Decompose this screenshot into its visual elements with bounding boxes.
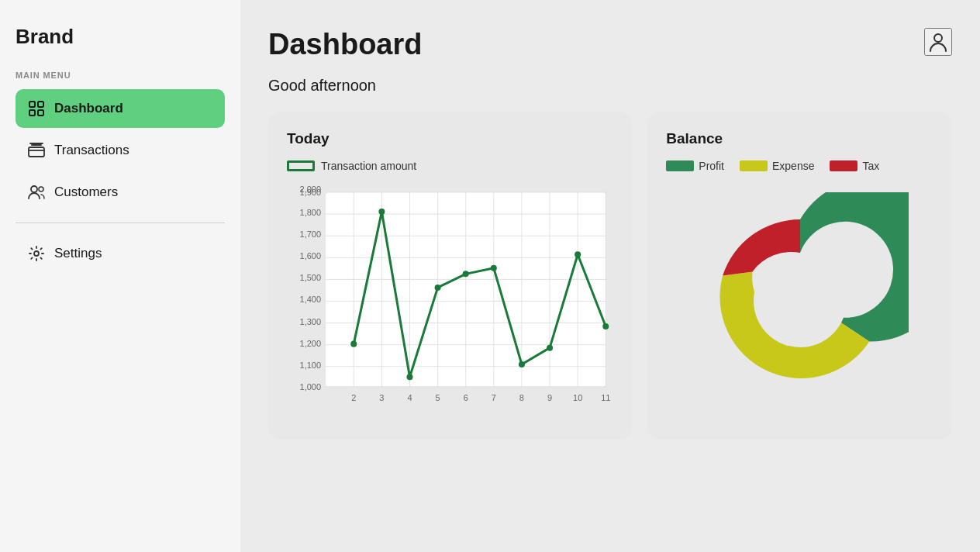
sidebar-item-settings[interactable]: Settings bbox=[16, 234, 225, 273]
svg-text:2,000: 2,000 bbox=[300, 185, 322, 194]
cards-row: Today Transaction amount bbox=[268, 112, 952, 440]
svg-text:6: 6 bbox=[464, 393, 468, 402]
balance-legend: Profit Expense Tax bbox=[666, 160, 933, 172]
legend-tax: Tax bbox=[830, 160, 879, 172]
svg-rect-4 bbox=[29, 147, 44, 157]
svg-rect-0 bbox=[29, 102, 35, 107]
sidebar-item-customers[interactable]: Customers bbox=[16, 173, 225, 212]
settings-icon bbox=[28, 245, 45, 262]
tax-label: Tax bbox=[862, 160, 879, 172]
svg-point-52 bbox=[378, 209, 385, 215]
customers-icon bbox=[28, 184, 45, 201]
svg-point-6 bbox=[39, 187, 43, 191]
legend-label: Transaction amount bbox=[321, 160, 416, 172]
svg-text:1,000: 1,000 bbox=[300, 382, 322, 392]
svg-point-51 bbox=[350, 341, 357, 347]
svg-text:3: 3 bbox=[379, 393, 384, 402]
svg-rect-2 bbox=[29, 110, 35, 116]
expense-swatch bbox=[740, 160, 768, 171]
sidebar-item-label-settings: Settings bbox=[54, 246, 102, 261]
transactions-icon bbox=[28, 142, 45, 159]
svg-text:4: 4 bbox=[407, 393, 412, 402]
svg-point-53 bbox=[406, 374, 412, 380]
profit-label: Profit bbox=[699, 160, 724, 172]
dashboard-icon bbox=[28, 100, 45, 117]
legend-expense: Expense bbox=[740, 160, 814, 172]
donut-hole bbox=[754, 254, 847, 347]
svg-point-56 bbox=[491, 265, 497, 271]
nav-divider bbox=[16, 223, 225, 223]
svg-rect-3 bbox=[38, 110, 43, 116]
main-content: Dashboard Good afternoon Today Transacti… bbox=[240, 0, 980, 552]
svg-point-58 bbox=[547, 345, 553, 351]
svg-point-57 bbox=[519, 361, 525, 367]
svg-text:5: 5 bbox=[436, 393, 440, 402]
sidebar-item-label-transactions: Transactions bbox=[54, 143, 129, 158]
line-chart: 1,000 1,100 1,200 1,300 1,400 1,500 1,60… bbox=[287, 185, 613, 418]
today-card-title: Today bbox=[287, 130, 613, 147]
svg-text:1,800: 1,800 bbox=[300, 208, 322, 217]
sidebar-item-label-dashboard: Dashboard bbox=[54, 101, 123, 116]
user-profile-button[interactable] bbox=[924, 28, 952, 56]
greeting-text: Good afternoon bbox=[268, 77, 952, 95]
svg-point-7 bbox=[34, 251, 39, 256]
svg-text:1,400: 1,400 bbox=[300, 295, 322, 304]
chart-legend: Transaction amount bbox=[287, 160, 613, 172]
svg-point-54 bbox=[435, 285, 441, 291]
svg-rect-1 bbox=[38, 102, 43, 107]
svg-point-8 bbox=[934, 34, 942, 42]
balance-card: Balance Profit Expense Tax bbox=[647, 112, 952, 440]
expense-label: Expense bbox=[772, 160, 814, 172]
today-card: Today Transaction amount bbox=[268, 112, 632, 440]
legend-swatch bbox=[287, 160, 315, 171]
svg-text:9: 9 bbox=[547, 393, 552, 402]
svg-text:1,200: 1,200 bbox=[300, 339, 322, 348]
svg-text:2: 2 bbox=[351, 393, 356, 402]
svg-text:1,300: 1,300 bbox=[300, 317, 322, 326]
balance-card-title: Balance bbox=[666, 130, 933, 147]
menu-label: MAIN MENU bbox=[16, 71, 225, 80]
svg-text:11: 11 bbox=[601, 393, 610, 402]
svg-text:1,500: 1,500 bbox=[300, 273, 322, 282]
main-header: Dashboard bbox=[268, 28, 952, 61]
svg-point-59 bbox=[575, 251, 581, 257]
sidebar-item-label-customers: Customers bbox=[54, 185, 118, 200]
brand-title: Brand bbox=[16, 25, 225, 49]
sidebar: Brand MAIN MENU Dashboard Transactions bbox=[0, 0, 240, 552]
sidebar-item-dashboard[interactable]: Dashboard bbox=[16, 89, 225, 128]
svg-text:1,600: 1,600 bbox=[300, 251, 322, 260]
svg-point-5 bbox=[31, 186, 37, 192]
donut-container bbox=[666, 185, 933, 417]
svg-text:8: 8 bbox=[519, 393, 524, 402]
svg-point-55 bbox=[463, 271, 469, 277]
legend-profit: Profit bbox=[666, 160, 724, 172]
user-icon bbox=[927, 31, 949, 53]
svg-text:1,100: 1,100 bbox=[300, 361, 322, 370]
sidebar-item-transactions[interactable]: Transactions bbox=[16, 131, 225, 170]
profit-swatch bbox=[666, 160, 694, 171]
tax-swatch bbox=[830, 160, 858, 171]
page-title: Dashboard bbox=[268, 28, 422, 61]
svg-text:1,700: 1,700 bbox=[300, 229, 322, 239]
svg-point-60 bbox=[602, 323, 609, 329]
svg-text:10: 10 bbox=[573, 393, 582, 402]
svg-text:7: 7 bbox=[492, 393, 496, 402]
donut-chart bbox=[692, 192, 909, 409]
